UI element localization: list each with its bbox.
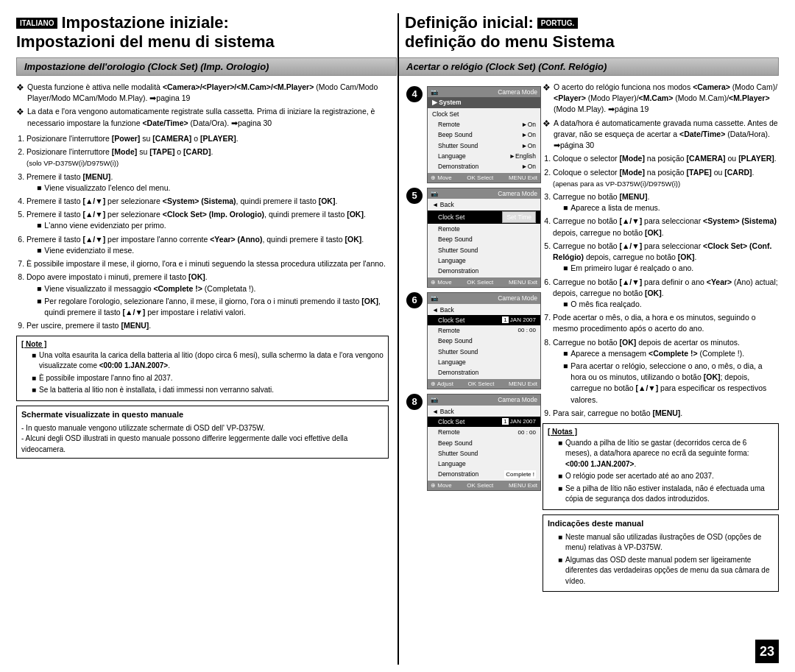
r-sq-4: ■	[563, 348, 568, 359]
right-steps: Coloque o selector [Mode] na posição [CA…	[543, 153, 779, 419]
indicacao-2-text: Algumas das OSD deste manual podem ser l…	[565, 555, 774, 587]
right-header: Definição inicial: PORTUG. definição do …	[398, 13, 779, 52]
nota-3-text: Se a pilha de lítio não estiver instalad…	[565, 484, 774, 505]
cam-icon-5: 📷	[431, 189, 439, 198]
left-sub-6-text: Viene evidenziato il mese.	[44, 245, 134, 256]
left-sub-8b: ■ Per regolare l'orologio, selezionare l…	[37, 296, 389, 318]
osd-item-5-demo: Demonstration	[428, 266, 540, 276]
osd-menu-8: ◄ Back Clock Set 1 JAN 2007	[428, 406, 540, 481]
cam-mode-8: Camera Mode	[498, 395, 537, 404]
osd-item-6-clockset: Clock Set 1 JAN 2007	[428, 315, 540, 325]
right-step-6: Carregue no botão [▲/▼] para definir o a…	[553, 277, 779, 311]
left-step-7: È possibile impostare il mese, il giorno…	[26, 258, 389, 269]
left-sub-8b-text: Per regolare l'orologio, selezionare l'a…	[44, 296, 389, 318]
r-sq-5: ■	[563, 361, 568, 372]
square-icon: ■	[37, 183, 41, 194]
osd-menu-6: ◄ Back Clock Set 1 JAN 2007	[428, 304, 540, 379]
osd-item-4-5: Language ►English	[428, 151, 540, 161]
osd-item-5-lang: Language	[428, 255, 540, 266]
date-day-8: 1	[502, 418, 508, 425]
date-month-8: JAN	[510, 418, 523, 425]
square-note-2: ■	[32, 373, 36, 384]
osd-step-6: 6 📷 Camera Mode ◄ Back Clock Set	[406, 292, 535, 389]
osd-item-6-beep: Beep Sound	[428, 336, 540, 346]
r-diamond-2: ❖	[543, 118, 551, 130]
osd-item-5-beep: Beep Sound	[428, 234, 540, 244]
right-sub-6: ■ O mês fica realçado.	[563, 299, 779, 310]
left-sub-5: ■ L'anno viene evidenziato per primo.	[37, 220, 389, 231]
left-bullet-1-text: Questa funzione è attiva nelle modalità …	[27, 82, 389, 104]
right-title-line2: definição do menu Sistema	[405, 32, 779, 52]
page: ITALIANO Impostazione iniziale: Impostaz…	[0, 0, 795, 672]
cam-mode-6: Camera Mode	[498, 294, 537, 303]
portug-badge: PORTUG.	[537, 18, 579, 29]
left-step-3: Premere il tasto [MENU]. ■ Viene visuali…	[26, 171, 389, 194]
page-number: 23	[755, 640, 779, 663]
right-step-3: Carregue no botão [MENU]. ■ Aparece a li…	[553, 191, 779, 213]
right-sub-5: ■ Em primeiro lugar é realçado o ano.	[563, 263, 779, 274]
osd-top-bar-4: 📷 Camera Mode	[428, 87, 540, 97]
vertical-divider	[398, 13, 399, 665]
indicacao-1: ■ Neste manual são utilizadas ilustraçõe…	[558, 532, 774, 553]
right-bullet-1-text: O acerto do relógio funciona nos modos <…	[554, 82, 779, 116]
right-step-9: Para sair, carregue no botão [MENU].	[553, 408, 779, 419]
left-step-9: Per uscire, premere il tasto [MENU].	[26, 320, 389, 331]
right-step-7: Pode acertar o mês, o dia, a hora e os m…	[553, 312, 779, 334]
system-label-4: ▶ System	[428, 97, 540, 107]
right-sub-8b-text: Para acertar o relógio, seleccione o ano…	[570, 361, 779, 406]
square-icon-2: ■	[37, 220, 41, 231]
left-title-line2: Impostazioni del menu di sistema	[16, 32, 390, 52]
osd-screen-8: 📷 Camera Mode ◄ Back Clock Set 1 JAN	[427, 394, 541, 491]
date-day: 1	[502, 316, 508, 323]
right-bullet-2-text: A data/hora é automaticamente gravada nu…	[554, 118, 779, 152]
osd-step-8: 8 📷 Camera Mode ◄ Back Clock Set	[406, 394, 535, 491]
r-diamond-1: ❖	[543, 82, 551, 94]
left-note-1-text: Una volta esaurita la carica della batte…	[39, 350, 384, 372]
set-time-label: Set Time	[502, 211, 536, 223]
osd-screens-col: 4 📷 Camera Mode ▶ System Clock Set Remot…	[406, 86, 535, 592]
osd-top-bar-5: 📷 Camera Mode	[428, 188, 540, 199]
osd-item-8-remote: Remote00 : 00	[428, 427, 540, 437]
cam-icon-6: 📷	[431, 294, 439, 303]
left-bullet-2-text: La data e l'ora vengono automaticamente …	[27, 106, 389, 128]
osd-item-8-demo: Demonstration Complete !	[428, 469, 540, 479]
left-note-box: [ Note ] ■ Una volta esaurita la carica …	[16, 336, 389, 401]
right-step-8: Carregue no botão [OK] depois de acertar…	[553, 337, 779, 406]
osd-item-6-lang: Language	[428, 357, 540, 367]
right-sub-3: ■ Aparece a lista de menus.	[563, 202, 779, 213]
osd-item-5-shutter: Shutter Sound	[428, 245, 540, 255]
ind-sq-1: ■	[558, 532, 562, 543]
left-step-4: Premere il tasto [▲/▼] per selezionare <…	[26, 196, 389, 207]
left-column: ❖ Questa funzione è attiva nelle modalit…	[16, 82, 398, 592]
step-4-num: 4	[406, 86, 423, 102]
right-step-5: Carregue no botão [▲/▼] para seleccionar…	[553, 241, 779, 275]
osd-menu-5: ◄ Back Clock Set Set Time Remote Beep So…	[428, 199, 540, 277]
left-sub-6: ■ Viene evidenziato il mese.	[37, 245, 389, 256]
osd-item-8-clockset: Clock Set 1 JAN 2007	[428, 417, 540, 427]
screens-line-2: - Alcuni degli OSD illustrati in questo …	[21, 434, 384, 455]
left-header: ITALIANO Impostazione iniziale: Impostaz…	[16, 13, 398, 52]
osd-menu-4: Clock Set Remote ►On Beep Sound ►On Shut…	[428, 108, 540, 173]
osd-top-bar-8: 📷 Camera Mode	[428, 395, 540, 405]
square-note-1: ■	[32, 350, 36, 361]
right-sub-8a: ■ Aparece a mensagem <Complete !> (Compl…	[563, 348, 779, 359]
right-step-4: Carregue no botão [▲/▼] para seleccionar…	[553, 216, 779, 238]
osd-screen-6: 📷 Camera Mode ◄ Back Clock Set 1 JAN	[427, 292, 541, 389]
square-icon-5: ■	[37, 296, 41, 307]
osd-item-8-lang: Language	[428, 459, 540, 469]
cam-mode-4: Camera Mode	[498, 88, 537, 96]
complete-label: Complete !	[504, 470, 536, 479]
right-step-1: Coloque o selector [Mode] na posição [CA…	[553, 153, 779, 164]
osd-bottom-5: ⊕ MoveOK SelectMENU Exit	[428, 277, 540, 288]
osd-step-4: 4 📷 Camera Mode ▶ System Clock Set Remot…	[406, 86, 535, 183]
left-note-2: ■ È possibile impostare l'anno fino al 2…	[32, 373, 384, 384]
left-sub-8a-text: Viene visualizzato il messaggio <Complet…	[44, 283, 255, 294]
step-6-num: 6	[406, 292, 423, 308]
right-sub-6-text: O mês fica realçado.	[570, 299, 641, 310]
osd-item-4-2: Remote ►On	[428, 119, 540, 130]
left-note-title: [ Note ]	[21, 339, 384, 350]
step-5-num: 5	[406, 188, 423, 204]
nota-sq-2: ■	[558, 471, 562, 482]
step-8-num: 8	[406, 394, 423, 410]
left-step-5: Premere il tasto [▲/▼] per selezionare <…	[26, 209, 389, 231]
